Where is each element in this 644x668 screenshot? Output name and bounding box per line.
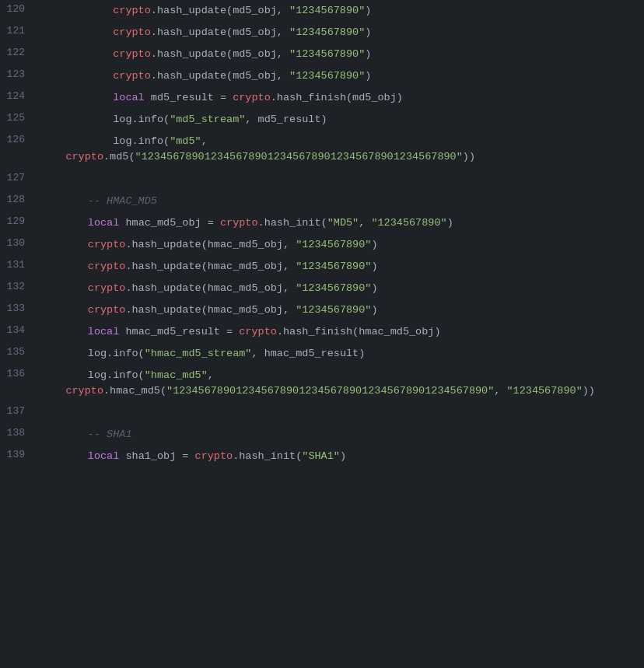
token: ) [365,70,371,82]
token: -- SHA1 [88,428,132,440]
code-line-129: 129 local hmac_md5_obj = crypto.hash_ini… [0,212,644,234]
token: ) [371,282,377,294]
line-content-126b: crypto.md5("1234567890123456789012345678… [37,149,644,166]
token: .hmac_md5( [103,385,166,397]
line-content-127 [37,170,644,187]
token: log.info( [88,369,145,381]
line-content-136a: log.info("hmac_md5", [37,366,644,383]
token: , [208,369,214,381]
line-num-129: 129 [0,214,37,227]
line-num-135: 135 [0,344,37,358]
line-content-132: crypto.hash_update(hmac_md5_obj, "123456… [37,279,644,296]
token: crypto [88,261,126,272]
token: local [88,217,120,229]
token: crypto [88,282,126,294]
token: log.info( [88,348,145,359]
token: crypto [220,217,258,229]
code-editor: 120 crypto.hash_update(md5_obj, "1234567… [0,0,644,668]
token: .hash_update(hmac_md5_obj, [125,304,296,316]
line-content-135: log.info("hmac_md5_stream", hmac_md5_res… [37,344,644,362]
code-line-122: 122 crypto.hash_update(md5_obj, "1234567… [0,44,644,65]
line-num-128: 128 [0,192,37,205]
code-line-137: 137 [0,402,644,424]
token: "1234567890" [289,5,365,16]
token: "MD5" [327,217,359,229]
line-num-126: 126 [0,132,37,149]
line-content-137 [37,404,644,421]
token: log.info( [113,114,170,125]
token: "1234567890" [296,239,371,250]
token: ) [371,239,377,250]
token: sha1_obj = [119,450,194,462]
line-content-133: crypto.hash_update(hmac_md5_obj, "123456… [37,301,644,318]
line-num-127: 127 [0,170,37,184]
token: "1234567890" [296,304,371,316]
line-content-125: log.info("md5_stream", md5_result) [37,110,644,128]
line-num-134: 134 [0,323,37,336]
token: ) [447,217,453,229]
token: "md5" [170,135,201,147]
code-line-127: 127 [0,169,644,191]
token: , hmac_md5_result) [251,348,365,359]
token: ) [365,48,371,60]
token: ) [371,261,377,272]
token: "md5_stream" [170,114,245,125]
line-num-139: 139 [0,447,37,460]
line-content-134: local hmac_md5_result = crypto.hash_fini… [37,323,644,340]
token: .hash_init( [233,450,302,462]
line-content-124: local md5_result = crypto.hash_finish(md… [37,89,644,106]
token: crypto [239,326,277,337]
token: , md5_result) [245,114,327,125]
line-num-121: 121 [0,23,37,37]
token: -- HMAC_MD5 [88,195,157,207]
token: "123456789012345678901234567890123456789… [135,151,463,163]
code-line-132: 132 crypto.hash_update(hmac_md5_obj, "12… [0,278,644,299]
token: .hash_update(md5_obj, [151,48,289,60]
line-content-122: crypto.hash_update(md5_obj, "1234567890"… [37,45,644,62]
token: ) [340,450,346,462]
token: crypto [88,304,126,316]
token: )) [583,385,595,397]
line-num-137: 137 [0,404,37,417]
token: ) [371,304,377,316]
code-line-128: 128 -- HMAC_MD5 [0,191,644,212]
code-line-125: 125 log.info("md5_stream", md5_result) [0,109,644,131]
token: crypto [113,26,151,38]
line-content-138: -- SHA1 [37,425,644,442]
code-line-120: 120 crypto.hash_update(md5_obj, "1234567… [0,0,644,22]
token: "hmac_md5_stream" [145,348,252,359]
code-line-126: 126 log.info("md5", 126 crypto.md5("1234… [0,131,644,169]
token: crypto [233,92,271,103]
token: .hash_finish(md5_obj) [271,92,403,103]
code-line-133: 133 crypto.hash_update(hmac_md5_obj, "12… [0,299,644,321]
token: .hash_update(hmac_md5_obj, [125,282,296,294]
line-content-129: local hmac_md5_obj = crypto.hash_init("M… [37,214,644,231]
token: crypto [195,450,233,462]
line-num-133: 133 [0,301,37,314]
line-content-126a: log.info("md5", [37,132,644,149]
token: .md5( [103,151,135,163]
line-content-139: local sha1_obj = crypto.hash_init("SHA1"… [37,447,644,464]
line-num-122: 122 [0,45,37,58]
token: "SHA1" [302,450,340,462]
token: "1234567890" [507,385,583,397]
token: .hash_finish(hmac_md5_obj) [277,326,441,337]
token: "123456789012345678901234567890123456789… [166,385,494,397]
line-num-124: 124 [0,89,37,102]
token: crypto [113,70,151,82]
line-num-131: 131 [0,257,37,271]
line-content-120: crypto.hash_update(md5_obj, "1234567890"… [37,2,644,19]
line-num-138: 138 [0,425,37,439]
code-line-130: 130 crypto.hash_update(hmac_md5_obj, "12… [0,234,644,256]
token: crypto [40,385,103,397]
token: .hash_init( [258,217,327,229]
token: ) [365,5,371,16]
token: .hash_update(md5_obj, [151,70,289,82]
code-line-139: 139 local sha1_obj = crypto.hash_init("S… [0,446,644,467]
token: .hash_update(hmac_md5_obj, [125,239,296,250]
line-content-123: crypto.hash_update(md5_obj, "1234567890"… [37,67,644,84]
token: "1234567890" [371,217,446,229]
token: md5_result = [145,92,233,103]
token: local [88,326,120,337]
token: )) [463,151,475,163]
